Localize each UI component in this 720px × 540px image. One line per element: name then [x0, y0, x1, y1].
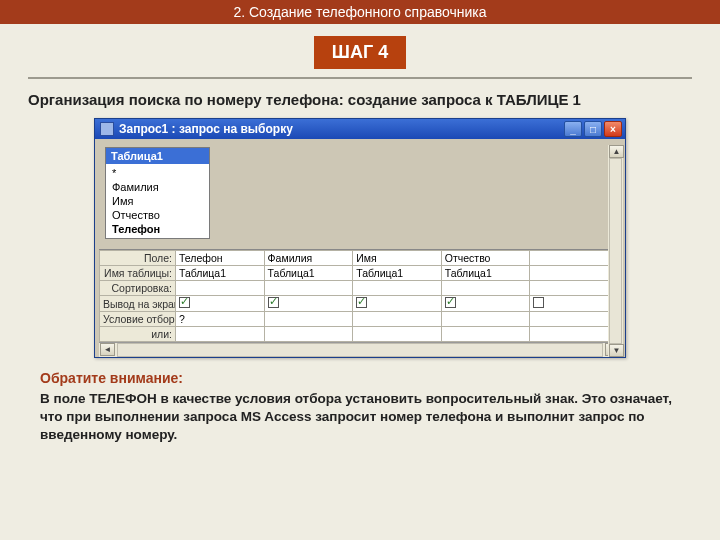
- grid-cell[interactable]: Телефон: [176, 251, 265, 266]
- horizontal-scrollbar[interactable]: ◄ ►: [99, 342, 621, 357]
- window-titlebar[interactable]: Запрос1 : запрос на выборку _ □ ×: [95, 119, 625, 139]
- scroll-track[interactable]: [609, 158, 622, 344]
- grid-cell[interactable]: Таблица1: [353, 266, 442, 281]
- row-label-or: или:: [100, 327, 176, 342]
- row-label-table: Имя таблицы:: [100, 266, 176, 281]
- query-icon: [100, 122, 114, 136]
- vertical-scrollbar[interactable]: ▲ ▼: [608, 145, 623, 357]
- window-title: Запрос1 : запрос на выборку: [119, 122, 564, 136]
- show-checkbox[interactable]: [445, 297, 456, 308]
- grid-cell[interactable]: [176, 281, 265, 296]
- grid-cell[interactable]: [530, 281, 619, 296]
- source-table-header: Таблица1: [106, 148, 209, 164]
- grid-cell[interactable]: [353, 281, 442, 296]
- grid-cell[interactable]: [176, 296, 265, 312]
- grid-cell[interactable]: Имя: [353, 251, 442, 266]
- grid-cell[interactable]: [353, 312, 442, 327]
- grid-cell[interactable]: [441, 281, 530, 296]
- grid-cell[interactable]: Таблица1: [441, 266, 530, 281]
- grid-cell[interactable]: [264, 281, 353, 296]
- grid-cell[interactable]: [264, 327, 353, 342]
- grid-cell[interactable]: [353, 327, 442, 342]
- field-item[interactable]: Телефон: [106, 222, 209, 236]
- scroll-down-icon[interactable]: ▼: [609, 344, 624, 357]
- grid-cell[interactable]: [176, 327, 265, 342]
- grid-cell[interactable]: [264, 296, 353, 312]
- show-checkbox[interactable]: [533, 297, 544, 308]
- grid-cell[interactable]: [353, 296, 442, 312]
- source-table-box[interactable]: Таблица1 * Фамилия Имя Отчество Телефон: [105, 147, 210, 239]
- row-label-sort: Сортировка:: [100, 281, 176, 296]
- grid-cell[interactable]: Таблица1: [176, 266, 265, 281]
- divider: [28, 77, 692, 79]
- grid-cell[interactable]: [530, 327, 619, 342]
- grid-cell[interactable]: [441, 327, 530, 342]
- scroll-up-icon[interactable]: ▲: [609, 145, 624, 158]
- grid-cell[interactable]: ?: [176, 312, 265, 327]
- show-checkbox[interactable]: [268, 297, 279, 308]
- step-badge: ШАГ 4: [314, 36, 406, 69]
- grid-cell[interactable]: Таблица1: [264, 266, 353, 281]
- minimize-button[interactable]: _: [564, 121, 582, 137]
- grid-cell[interactable]: [441, 312, 530, 327]
- show-checkbox[interactable]: [179, 297, 190, 308]
- row-label-show: Вывод на экран:: [100, 296, 176, 312]
- grid-cell[interactable]: [530, 312, 619, 327]
- query-design-grid: Поле: Телефон Фамилия Имя Отчество Имя т…: [99, 249, 621, 357]
- page-subtitle: Организация поиска по номеру телефона: с…: [28, 91, 692, 108]
- grid-cell[interactable]: Фамилия: [264, 251, 353, 266]
- access-window: Запрос1 : запрос на выборку _ □ × Таблиц…: [94, 118, 626, 358]
- grid-cell[interactable]: Отчество: [441, 251, 530, 266]
- maximize-button[interactable]: □: [584, 121, 602, 137]
- field-item[interactable]: *: [106, 166, 209, 180]
- grid-cell[interactable]: [264, 312, 353, 327]
- field-item[interactable]: Имя: [106, 194, 209, 208]
- scroll-left-icon[interactable]: ◄: [100, 343, 115, 356]
- grid-cell[interactable]: [530, 266, 619, 281]
- row-label-criteria: Условие отбора:: [100, 312, 176, 327]
- row-label-field: Поле:: [100, 251, 176, 266]
- body-text: В поле ТЕЛЕФОН в качестве условия отбора…: [40, 390, 680, 445]
- section-banner: 2. Создание телефонного справочника: [0, 0, 720, 24]
- field-item[interactable]: Фамилия: [106, 180, 209, 194]
- grid-cell[interactable]: [530, 251, 619, 266]
- grid-cell[interactable]: [530, 296, 619, 312]
- grid-cell[interactable]: [441, 296, 530, 312]
- scroll-track[interactable]: [117, 343, 603, 357]
- hint-label: Обратите внимание:: [40, 370, 680, 386]
- show-checkbox[interactable]: [356, 297, 367, 308]
- close-button[interactable]: ×: [604, 121, 622, 137]
- field-item[interactable]: Отчество: [106, 208, 209, 222]
